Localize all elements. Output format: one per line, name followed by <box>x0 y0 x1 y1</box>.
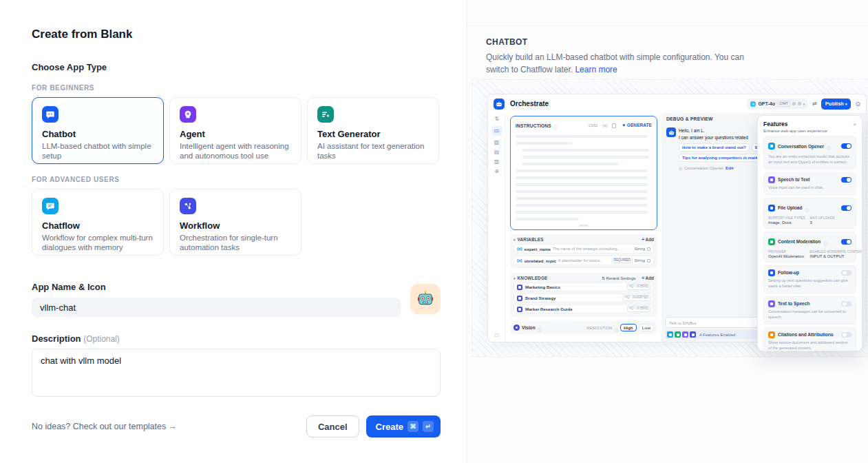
dataset-icon <box>517 285 522 290</box>
feature-toggle <box>841 239 851 245</box>
for-beginners-label: FOR BEGINNERS <box>32 84 441 92</box>
description-label: Description <box>32 333 81 344</box>
model-params-icon: ⇄ <box>812 101 817 107</box>
vision-icon <box>514 325 520 331</box>
robot-emoji-icon <box>416 290 434 308</box>
app-avatar-icon <box>494 99 505 110</box>
variable-settings-icon <box>647 259 650 263</box>
app-icon-picker[interactable] <box>410 284 441 314</box>
info-icon <box>553 119 558 132</box>
description-optional-label: (Optional) <box>83 334 120 344</box>
create-button-label: Create <box>376 422 403 432</box>
debug-input-area: Talk to DifyBot 4 Features Enabled <box>665 317 763 339</box>
model-mode-badge: CHAT <box>777 101 790 107</box>
char-count: 2182 <box>589 123 597 127</box>
app-type-card-chatflow[interactable]: Chatflow Workflow for complex multi-turn… <box>32 189 164 256</box>
info-icon <box>805 202 809 214</box>
feature-card-follow-up: Follow-up Setting up next questions sugg… <box>763 265 856 294</box>
instructions-title: INSTRUCTIONS <box>516 123 551 128</box>
knowledge-row: Marketing Basics HQ · HYBRID <box>514 282 654 291</box>
app-name-row <box>32 298 441 317</box>
dataset-icon <box>517 307 522 312</box>
feature-toggle <box>841 270 851 276</box>
resize-handle <box>579 225 589 227</box>
app-type-card-text-generator[interactable]: Text Generator AI assistant for text gen… <box>307 97 439 164</box>
feature-toggle <box>841 332 851 338</box>
preview-top-strip <box>467 0 868 25</box>
instructions-panel: INSTRUCTIONS 2182 {x} ✦ GENERATE <box>510 116 657 230</box>
app-type-desc: Intelligent agent with reasoning and aut… <box>180 141 291 161</box>
variable-icon: {x} <box>602 123 607 127</box>
collapse-icon: ▾ <box>514 238 516 242</box>
feature-card-citations: Citations and Attributions Show source d… <box>763 327 856 351</box>
exchange-icon: ⇅ <box>494 116 499 122</box>
app-type-card-agent[interactable]: Agent Intelligent agent with reasoning a… <box>169 97 301 164</box>
create-button[interactable]: Create ⌘ ↵ <box>366 415 441 438</box>
variable-row: {x} expert_name The name of the strategi… <box>514 244 654 254</box>
app-name-input[interactable] <box>32 298 401 317</box>
preview-description: Quickly build an LLM-based chatbot with … <box>486 51 759 76</box>
knowledge-row: Brand Strategy HQ · INVERTED <box>514 294 654 302</box>
choose-app-type-heading: Choose App Type <box>32 62 441 72</box>
enter-key-icon: ↵ <box>423 421 434 432</box>
notes-icon: ▥ <box>494 159 500 165</box>
model-name: GPT-4o <box>758 101 775 106</box>
config-column: INSTRUCTIONS 2182 {x} ✦ GENERATE <box>506 113 661 342</box>
history-icon: ⊙ <box>855 101 860 107</box>
globe-icon: ⊕ <box>494 169 499 174</box>
variable-tag: {x} <box>517 247 522 251</box>
feature-card-text-to-speech: Text to Speech Conversation messages can… <box>763 296 856 325</box>
feature-toggle <box>841 177 851 183</box>
info-icon <box>823 236 827 248</box>
page-title: Create from Blank <box>32 28 441 41</box>
app-type-title: Workflow <box>180 220 291 231</box>
dataset-icon <box>517 296 522 301</box>
app-type-title: Text Generator <box>317 129 429 139</box>
workflow-icon <box>180 198 196 214</box>
app-type-card-chatbot[interactable]: Chatbot LLM-based chatbot with simple se… <box>32 97 164 164</box>
advanced-app-type-cards: Chatflow Workflow for complex multi-turn… <box>32 189 441 256</box>
app-type-desc: LLM-based chatbot with simple setup <box>42 141 154 161</box>
learn-more-link[interactable]: Learn more <box>575 65 617 74</box>
features-enabled-strip: 4 Features Enabled <box>665 330 763 339</box>
bot-avatar-icon <box>666 127 676 137</box>
variable-settings-icon <box>647 247 650 251</box>
mini-sidebar: ⇅ ▭ ▨ ▤ ▥ ⊕ □ <box>488 113 506 342</box>
app-type-title: Agent <box>180 129 291 139</box>
app-type-desc: AI assistant for text generation tasks <box>317 141 429 161</box>
app-type-title: Chatflow <box>42 220 154 231</box>
chat-input-placeholder: Talk to DifyBot <box>665 317 763 328</box>
features-title: Features <box>763 121 787 127</box>
prompt-skeleton <box>516 135 652 220</box>
rerank-settings-button: ⇅ Rerank Settings <box>602 276 635 280</box>
beginner-app-type-cards: Chatbot LLM-based chatbot with simple se… <box>32 97 441 164</box>
citations-feature-icon <box>768 331 775 338</box>
content-moderation-feature-icon <box>768 238 775 245</box>
resolution-high-option: High <box>620 324 637 331</box>
footer-buttons: Cancel Create ⌘ ↵ <box>306 415 441 438</box>
cancel-button[interactable]: Cancel <box>306 415 359 438</box>
description-input[interactable]: chat with vllm model <box>32 349 441 397</box>
document-icon: ▤ <box>494 150 500 155</box>
info-icon <box>614 322 618 334</box>
publish-button: Publish ▾ <box>821 99 851 110</box>
chevron-down-icon: ▾ <box>845 102 847 106</box>
variable-tag: {x} <box>517 258 522 263</box>
add-knowledge-button: + Add <box>642 276 654 280</box>
orchestrate-topbar: Orchestrate ✦ GPT-4o CHAT ▾ ⇄ Publish ▾ <box>488 94 866 113</box>
close-icon: × <box>853 121 856 127</box>
model-selector: ✦ GPT-4o CHAT ▾ <box>747 99 808 109</box>
speech-to-text-feature-icon <box>768 176 775 183</box>
app-type-card-workflow[interactable]: Workflow Orchestration for single-turn a… <box>169 189 301 256</box>
feature-mini-icon <box>690 331 696 338</box>
knowledge-section: ▾ KNOWLEDGE ⇅ Rerank Settings + Add Mark… <box>510 273 657 317</box>
templates-link[interactable]: No ideas? Check out our templates→ <box>32 422 177 431</box>
variables-title: VARIABLES <box>518 237 544 242</box>
feature-card-content-moderation: Content Moderation PROVIDEROpenAI Modera… <box>763 232 856 263</box>
feature-toggle <box>841 301 851 307</box>
info-icon <box>538 322 542 334</box>
conversation-opener-feature-icon <box>768 143 775 150</box>
app-type-desc: Workflow for complex multi-turn dialogue… <box>42 233 154 252</box>
cmd-key-icon: ⌘ <box>407 421 419 432</box>
chatflow-icon <box>42 198 59 214</box>
